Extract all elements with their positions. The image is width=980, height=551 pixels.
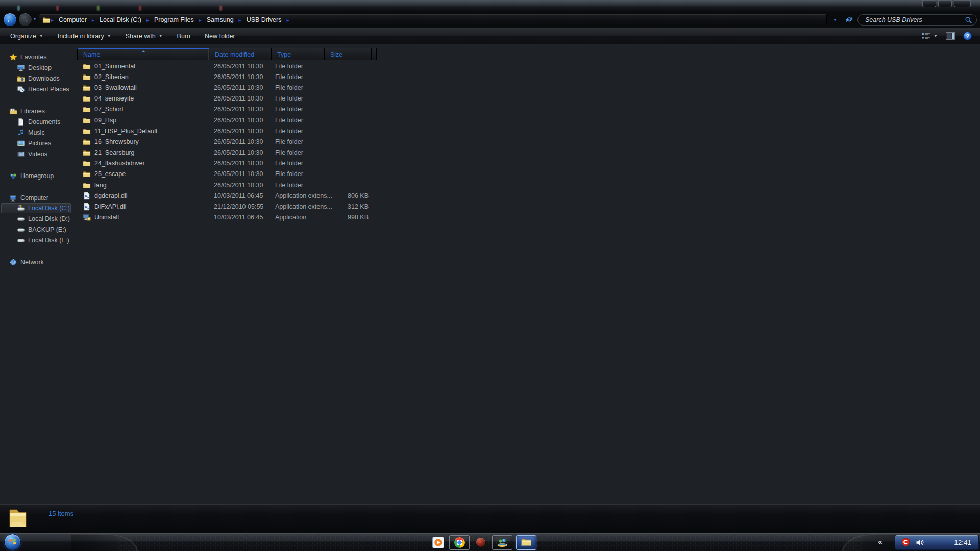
organize-button[interactable]: Organize▼ [3, 30, 51, 42]
taskbar-app-media-player[interactable] [430, 535, 446, 550]
file-name-cell[interactable]: DIFxAPI.dll [77, 203, 209, 211]
file-row[interactable]: 04_semseyite26/05/2011 10:30File folder [77, 93, 975, 104]
search-input[interactable] [864, 16, 965, 24]
taskbar-clock[interactable]: 12:41 [954, 539, 974, 546]
sidebar-section-libraries[interactable]: Libraries [0, 106, 72, 116]
file-row[interactable]: 16_Shrewsbury26/05/2011 10:30File folder [77, 136, 975, 147]
drive-icon [17, 226, 25, 234]
taskbar: « 12:41 [0, 533, 980, 551]
sidebar-item-music[interactable]: Music [0, 127, 72, 138]
file-row[interactable]: 24_flashusbdriver26/05/2011 10:30File fo… [77, 158, 975, 169]
refresh-icon[interactable] [844, 14, 854, 24]
volume-icon[interactable] [916, 539, 924, 546]
breadcrumb-item-samsung[interactable]: Samsung [202, 16, 238, 23]
sidebar-section-computer[interactable]: Computer [0, 192, 72, 203]
file-name-cell[interactable]: 01_Simmental [77, 62, 209, 70]
address-toolbar: ← → ▼ ▸Computer▸Local Disk (C:)▸Program … [0, 12, 980, 28]
sidebar-item-documents[interactable]: Documents [0, 116, 72, 127]
breadcrumb-separator-icon: ▸ [199, 17, 202, 23]
sidebar-section-gap [0, 94, 72, 106]
include-in-library-button[interactable]: Include in library▼ [51, 30, 118, 42]
file-name-cell[interactable]: 07_Schorl [77, 105, 209, 113]
taskbar-app-utility[interactable] [492, 535, 512, 550]
file-name-cell[interactable]: 03_Swallowtail [77, 84, 209, 92]
change-view-button[interactable]: ▼ [922, 33, 938, 40]
forward-button[interactable]: → [18, 13, 32, 27]
taskbar-app-red-orb[interactable] [473, 535, 488, 550]
help-icon[interactable]: ? [963, 32, 972, 40]
sidebar-item-downloads[interactable]: Downloads [0, 73, 72, 84]
sidebar-item-videos[interactable]: Videos [0, 148, 72, 159]
sidebar-item-backup-e[interactable]: BACKUP (E:) [0, 224, 72, 235]
desktop-reflection [56, 6, 59, 11]
new-folder-button[interactable]: New folder [198, 30, 242, 42]
sidebar-section-network[interactable]: Network [0, 257, 72, 267]
close-button[interactable] [954, 0, 971, 7]
file-name-cell[interactable]: 25_escape [77, 170, 209, 178]
nav-history-caret-icon[interactable]: ▼ [33, 17, 37, 21]
file-row[interactable]: Uninstall10/03/2011 06:45Application998 … [77, 212, 975, 223]
sidebar-item-local-disk-d[interactable]: Local Disk (D:) [0, 213, 72, 224]
file-name-cell[interactable]: 02_Siberian [77, 73, 209, 81]
file-row[interactable]: 02_Siberian26/05/2011 10:30File folder [77, 71, 975, 82]
sidebar-item-local-disk-f[interactable]: Local Disk (F:) [0, 235, 72, 245]
address-bar[interactable]: ▸Computer▸Local Disk (C:)▸Program Files▸… [39, 14, 827, 26]
sidebar-item-recent-places[interactable]: Recent Places [0, 84, 72, 94]
antivirus-shield-icon[interactable] [901, 538, 910, 547]
share-with-button[interactable]: Share with▼ [118, 30, 170, 42]
file-name-cell[interactable]: lang [77, 181, 209, 189]
search-icon[interactable] [965, 16, 972, 24]
file-name-cell[interactable]: 24_flashusbdriver [77, 159, 209, 167]
breadcrumb-item-program-files[interactable]: Program Files [150, 16, 199, 23]
breadcrumb-separator-icon: ▸ [91, 17, 95, 23]
file-date: 26/05/2011 10:30 [209, 138, 272, 145]
file-row[interactable]: 01_Simmental26/05/2011 10:30File folder [77, 61, 975, 71]
sidebar-item-pictures[interactable]: Pictures [0, 138, 72, 148]
column-header-name[interactable]: Name [77, 48, 209, 60]
column-header-date-modified[interactable]: Date modified [209, 48, 272, 60]
breadcrumb-item-computer[interactable]: Computer [54, 16, 91, 23]
file-row[interactable]: lang26/05/2011 10:30File folder [77, 180, 975, 190]
file-name-cell[interactable]: 09_Hsp [77, 116, 209, 124]
file-row[interactable]: 21_Searsburg26/05/2011 10:30File folder [77, 147, 975, 158]
file-row[interactable]: 25_escape26/05/2011 10:30File folder [77, 169, 975, 180]
breadcrumb-item-local-disk-c[interactable]: Local Disk (C:) [95, 16, 146, 23]
file-type-folder-icon [83, 73, 91, 81]
show-hidden-icons-button[interactable]: « [871, 537, 889, 546]
column-header-size[interactable]: Size [325, 48, 372, 60]
address-folder-icon [42, 16, 51, 24]
file-row[interactable]: DIFxAPI.dll21/12/2010 05:55Application e… [77, 201, 975, 212]
toolbar-label: Share with [126, 33, 156, 40]
file-name-cell[interactable]: dgderapi.dll [77, 192, 209, 200]
file-date: 26/05/2011 10:30 [209, 95, 272, 102]
start-button[interactable] [4, 534, 21, 550]
file-row[interactable]: 11_HSP_Plus_Default26/05/2011 10:30File … [77, 126, 975, 136]
file-row[interactable]: dgderapi.dll10/03/2011 06:45Application … [77, 190, 975, 201]
sidebar-section-favorites[interactable]: Favorites [0, 52, 72, 62]
sidebar-item-local-disk-c[interactable]: Local Disk (C:) [1, 203, 71, 213]
column-header-type[interactable]: Type [272, 48, 325, 60]
file-name-cell[interactable]: 04_semseyite [77, 94, 209, 103]
sidebar-section-homegroup[interactable]: Homegroup [0, 170, 72, 181]
file-type: File folder [272, 149, 325, 156]
address-dropdown-icon[interactable]: ▾ [834, 17, 836, 22]
preview-pane-icon[interactable] [946, 32, 955, 40]
star-icon [9, 53, 17, 61]
file-name-cell[interactable]: 11_HSP_Plus_Default [77, 127, 209, 135]
back-button[interactable]: ← [3, 13, 17, 27]
taskbar-app-explorer-active[interactable] [516, 535, 536, 550]
file-name-cell[interactable]: 16_Shrewsbury [77, 138, 209, 146]
file-row[interactable]: 07_Schorl26/05/2011 10:30File folder [77, 104, 975, 115]
file-row[interactable]: 03_Swallowtail26/05/2011 10:30File folde… [77, 82, 975, 93]
file-name: 03_Swallowtail [94, 84, 137, 91]
sidebar-item-desktop[interactable]: Desktop [0, 62, 72, 73]
breadcrumb-item-usb-drivers[interactable]: USB Drivers [242, 16, 286, 23]
taskbar-app-chrome[interactable] [449, 535, 470, 550]
file-row[interactable]: 09_Hsp26/05/2011 10:30File folder [77, 115, 975, 126]
burn-button[interactable]: Burn [170, 30, 198, 42]
maximize-button[interactable] [938, 0, 952, 7]
file-name-cell[interactable]: Uninstall [77, 213, 209, 221]
search-box[interactable] [857, 14, 977, 26]
file-name-cell[interactable]: 21_Searsburg [77, 148, 209, 157]
minimize-button[interactable] [922, 0, 936, 7]
